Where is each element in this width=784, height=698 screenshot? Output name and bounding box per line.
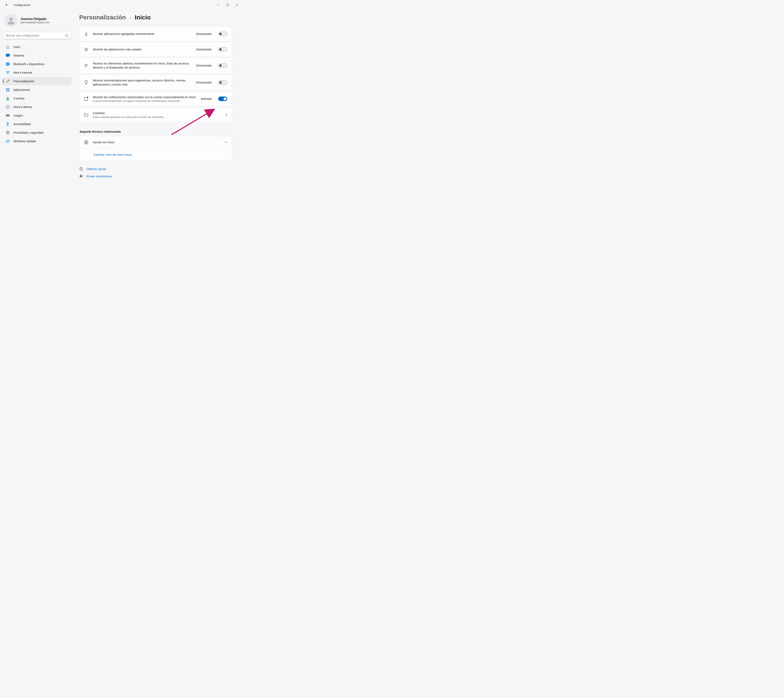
accessibility-icon <box>6 122 10 126</box>
sidebar-item-accesibilidad[interactable]: Accesibilidad <box>3 120 71 128</box>
svg-point-20 <box>80 175 81 176</box>
back-button[interactable] <box>2 1 11 9</box>
section-title-support: Soporte técnico relacionado <box>80 130 232 133</box>
sidebar: Juanma Delgado juanmatek@outlook.com Ini… <box>0 10 74 217</box>
sidebar-item-label: Aplicaciones <box>13 88 30 91</box>
system-icon <box>6 53 10 58</box>
maximize-icon <box>226 4 229 6</box>
toggle-account-notifications[interactable] <box>218 97 227 101</box>
sidebar-item-personalizacion[interactable]: Personalización <box>3 77 71 85</box>
gaming-icon <box>6 114 10 118</box>
profile-email: juanmatek@outlook.com <box>20 21 49 24</box>
window-title: Configuración <box>13 3 30 7</box>
page-title: Inicio <box>135 14 151 21</box>
support-card: Ayuda con Inicio Cambiar color de menú I… <box>79 136 232 161</box>
sidebar-item-label: Bluetooth y dispositivos <box>13 63 44 66</box>
folder-icon <box>84 113 88 117</box>
chevron-right-icon: › <box>129 15 131 21</box>
avatar-icon <box>7 16 15 25</box>
toggle-state-label: Desactivado <box>196 48 212 51</box>
setting-recommendations: Mostrar recomendaciones para sugerencias… <box>79 74 232 91</box>
svg-point-2 <box>66 34 68 36</box>
svg-point-1 <box>9 18 13 21</box>
search-box[interactable] <box>4 32 71 39</box>
sidebar-item-label: Red e Internet <box>13 71 32 74</box>
windows-update-icon <box>6 139 10 143</box>
sidebar-item-label: Personalización <box>13 80 34 83</box>
sidebar-item-privacidad[interactable]: Privacidad y seguridad <box>3 128 71 137</box>
sidebar-item-cuentas[interactable]: Cuentas <box>3 94 71 102</box>
setting-title: Mostrar las aplicaciones más usadas <box>93 47 191 51</box>
toggle-state-label: Desactivado <box>196 32 212 36</box>
svg-rect-10 <box>8 90 9 91</box>
main-content: Personalización › Inicio Mostrar aplicac… <box>74 10 243 217</box>
feedback-icon <box>79 174 83 178</box>
setting-recent-items: Mostrar los elementos abiertos recientem… <box>79 58 232 74</box>
sidebar-item-red[interactable]: Red e Internet <box>3 69 71 77</box>
toggle-recommendations[interactable] <box>218 80 227 85</box>
setting-folders[interactable]: Carpetas Estas carpetas aparecen en Inic… <box>79 107 232 122</box>
sidebar-item-juegos[interactable]: Juegos <box>3 112 71 120</box>
avatar <box>5 14 18 27</box>
help-icon <box>79 167 83 171</box>
toggle-recent-apps[interactable] <box>218 31 227 36</box>
setting-most-used: Mostrar las aplicaciones más usadas Desa… <box>79 42 232 57</box>
back-arrow-icon <box>5 3 8 7</box>
close-icon <box>236 4 238 6</box>
close-button[interactable] <box>232 1 242 9</box>
minimize-button[interactable] <box>213 1 223 9</box>
setting-title: Mostrar recomendaciones para sugerencias… <box>93 78 191 87</box>
sidebar-item-aplicaciones[interactable]: Aplicaciones <box>3 86 71 94</box>
footer-link-label: Enviar comentarios <box>87 175 112 178</box>
sidebar-item-inicio[interactable]: Inicio <box>3 43 71 51</box>
sidebar-item-bluetooth[interactable]: Bluetooth y dispositivos <box>3 60 71 68</box>
bluetooth-icon <box>6 62 10 66</box>
search-input[interactable] <box>6 34 65 37</box>
profile[interactable]: Juanma Delgado juanmatek@outlook.com <box>3 12 71 30</box>
sidebar-item-windows-update[interactable]: Windows Update <box>3 137 71 145</box>
star-icon <box>84 47 88 52</box>
setting-title: Mostrar los elementos abiertos recientem… <box>93 61 191 70</box>
setting-title: Mostrar las notificaciones relacionadas … <box>93 95 196 99</box>
footer-link-get-help[interactable]: Obtener ayuda <box>79 167 232 171</box>
profile-name: Juanma Delgado <box>20 17 49 21</box>
minimize-icon <box>217 4 219 6</box>
setting-recent-apps: Mostrar aplicaciones agregadas recientem… <box>79 26 232 41</box>
svg-point-13 <box>8 107 10 109</box>
time-language-icon <box>6 105 10 109</box>
sidebar-item-label: Windows Update <box>13 140 36 143</box>
search-icon <box>65 34 68 37</box>
sidebar-item-sistema[interactable]: Sistema <box>3 51 71 59</box>
support-body: Cambiar color de menú Inicio <box>79 148 232 161</box>
svg-rect-7 <box>6 88 8 90</box>
chevron-up-icon <box>224 141 227 143</box>
list-icon <box>84 63 88 68</box>
settings-list: Mostrar aplicaciones agregadas recientem… <box>79 26 232 122</box>
setting-title: Carpetas <box>93 111 221 115</box>
shield-icon <box>6 131 10 135</box>
toggle-most-used[interactable] <box>218 47 227 52</box>
support-header[interactable]: Ayuda con Inicio <box>79 136 232 148</box>
sidebar-item-label: Hora e idioma <box>13 105 32 109</box>
paintbrush-icon <box>6 79 10 83</box>
breadcrumb-parent[interactable]: Personalización <box>79 14 126 21</box>
download-icon <box>84 31 88 36</box>
apps-icon <box>6 88 10 92</box>
footer-links: Obtener ayuda Enviar comentarios <box>79 167 232 178</box>
toggle-state-label: Activado <box>201 97 212 100</box>
toggle-recent-items[interactable] <box>218 63 227 68</box>
svg-point-19 <box>81 169 81 170</box>
support-link-change-color[interactable]: Cambiar color de menú Inicio <box>93 153 132 156</box>
footer-link-label: Obtener ayuda <box>87 167 106 171</box>
sidebar-item-label: Inicio <box>13 45 20 49</box>
svg-point-16 <box>87 97 88 98</box>
toggle-state-label: Desactivado <box>196 64 212 67</box>
support-header-title: Ayuda con Inicio <box>93 141 220 144</box>
window-controls <box>213 1 242 9</box>
footer-link-feedback[interactable]: Enviar comentarios <box>79 174 232 178</box>
maximize-button[interactable] <box>223 1 232 9</box>
chevron-right-icon <box>225 114 227 116</box>
sidebar-item-hora[interactable]: Hora e idioma <box>3 103 71 111</box>
wifi-icon <box>6 71 10 75</box>
svg-rect-9 <box>6 90 8 91</box>
